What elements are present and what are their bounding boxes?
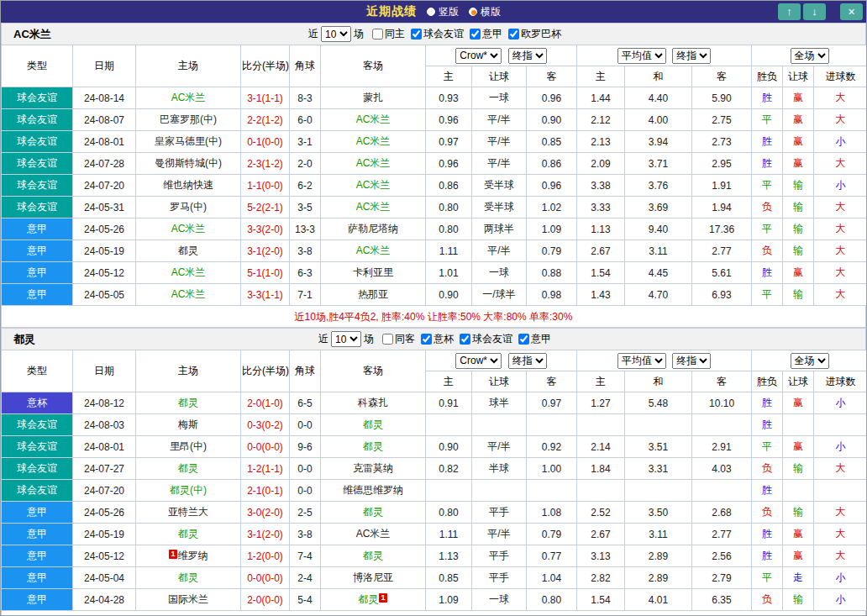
home-team: 都灵 — [136, 567, 241, 589]
handicap-odds-home: 0.86 — [426, 175, 472, 197]
match-score: 1-1(0-0) — [241, 175, 290, 197]
home-team: 国际米兰 — [136, 589, 241, 611]
team-label: 都灵 — [363, 506, 383, 518]
avg-odds-home: 3.13 — [577, 545, 625, 567]
team-label: 都灵 — [363, 419, 383, 430]
handicap-odds-home — [426, 480, 472, 502]
index-type-select[interactable]: 终指 — [508, 353, 547, 369]
goals-result: 大 — [814, 240, 867, 262]
filter-bar: 近 10 场 同客 意杯 球会友谊 意甲 — [2, 331, 865, 347]
away-team: 博洛尼亚 — [321, 567, 426, 589]
same-venue-filter[interactable]: 同主 — [372, 27, 405, 41]
league-checkbox[interactable] — [518, 334, 529, 345]
average-select[interactable]: 平均值 — [617, 353, 666, 369]
team-label: AC米兰 — [356, 157, 391, 169]
team-label: 国际米兰 — [168, 593, 208, 605]
match-result: 负 — [752, 240, 783, 262]
goals-result: 大 — [814, 218, 867, 240]
handicap-result: 输 — [783, 502, 814, 524]
avg-odds-draw — [625, 480, 692, 502]
radio-unselected-icon — [427, 8, 435, 16]
scope-select[interactable]: 全场 — [791, 48, 829, 64]
move-up-button[interactable]: ↑ — [778, 3, 801, 20]
league-filter-serie-a[interactable]: 意甲 — [518, 332, 551, 346]
handicap-odds-header: Crow* 终指 — [426, 350, 577, 371]
avg-odds-home — [577, 480, 625, 502]
match-date: 24-07-28 — [73, 153, 136, 175]
handicap-result — [783, 414, 814, 436]
league-filter-friendly[interactable]: 球会友谊 — [460, 332, 512, 346]
team-label: 曼彻斯特城(中) — [155, 157, 222, 169]
corner-score: 0-0 — [290, 480, 321, 502]
match-count-select[interactable]: 10 — [331, 331, 361, 347]
match-score: 2-0(1-0) — [241, 392, 290, 414]
match-score: 5-1(1-0) — [241, 262, 290, 284]
competition-type-cell: 意甲 — [2, 502, 73, 524]
col-header-goals: 进球数 — [814, 66, 867, 87]
corner-score: 6-0 — [290, 109, 321, 131]
bookmaker-select[interactable]: Crow* — [455, 353, 502, 369]
index-type-select[interactable]: 终指 — [508, 48, 547, 64]
team-label: 科森扎 — [358, 397, 388, 408]
competition-badge: 球会友谊 — [2, 153, 72, 174]
handicap-odds-away: 0.85 — [527, 131, 577, 153]
league-checkbox[interactable] — [421, 334, 432, 345]
home-team: AC米兰 — [136, 262, 241, 284]
handicap-odds-away: 1.04 — [527, 567, 577, 589]
home-team: AC米兰 — [136, 284, 241, 306]
corner-score: 3-5 — [290, 197, 321, 218]
league-filter-coppa[interactable]: 意杯 — [421, 332, 454, 346]
league-filter-europa[interactable]: 欧罗巴杯 — [508, 27, 561, 41]
handicap-odds-away: 1.00 — [527, 458, 577, 480]
close-button[interactable]: × — [840, 3, 863, 20]
competition-type-cell: 意甲 — [2, 567, 73, 589]
match-date: 24-04-28 — [73, 589, 136, 611]
col-header-handicap: 让球 — [472, 371, 527, 392]
same-venue-checkbox[interactable] — [372, 29, 383, 39]
competition-type-cell: 意甲 — [2, 284, 73, 306]
same-venue-checkbox[interactable] — [382, 334, 393, 345]
view-option-horizontal[interactable]: 横版 — [469, 5, 501, 19]
scope-select[interactable]: 全场 — [791, 353, 829, 369]
handicap-odds-away: 0.96 — [527, 175, 577, 197]
home-team: 都灵 — [136, 392, 241, 414]
league-checkbox[interactable] — [508, 29, 519, 39]
handicap-odds-away: 0.79 — [527, 240, 577, 262]
match-count-select[interactable]: 10 — [321, 26, 351, 42]
header-row-1: 类型 日期 主场 比分(半场) 角球 客场 Crow* 终指 平均值 终指 — [2, 350, 867, 371]
corner-score: 0-0 — [290, 414, 321, 436]
avg-odds-away: 1.91 — [692, 175, 752, 197]
handicap-result: 赢 — [783, 153, 814, 175]
handicap-odds-home: 0.82 — [426, 458, 472, 480]
handicap-odds-home: 0.80 — [426, 197, 472, 218]
bookmaker-select[interactable]: Crow* — [455, 48, 502, 64]
corner-score: 9-6 — [290, 436, 321, 458]
match-row: 球会友谊24-07-20维也纳快速1-1(0-0)6-2AC米兰0.86受半球0… — [2, 175, 867, 197]
league-checkbox[interactable] — [460, 334, 470, 345]
away-team: 克雷莫纳 — [321, 458, 426, 480]
col-header-away: 客场 — [321, 350, 426, 392]
league-checkbox[interactable] — [411, 29, 422, 39]
same-venue-filter[interactable]: 同客 — [382, 332, 415, 346]
league-filter-serie-a[interactable]: 意甲 — [470, 27, 502, 41]
handicap-odds-away: 0.88 — [527, 262, 577, 284]
corner-score: 7-1 — [290, 284, 321, 306]
index-type-select-2[interactable]: 终指 — [672, 353, 711, 369]
home-team: 巴塞罗那(中) — [136, 109, 241, 131]
move-down-button[interactable]: ↓ — [803, 3, 826, 20]
handicap-line: 两球半 — [472, 218, 527, 240]
avg-odds-home: 2.14 — [577, 436, 625, 458]
league-checkbox[interactable] — [470, 29, 481, 39]
avg-odds-home: 2.67 — [577, 524, 625, 545]
away-team: 都灵 — [321, 414, 426, 436]
average-select[interactable]: 平均值 — [617, 48, 666, 64]
team-label: AC米兰 — [356, 245, 391, 256]
index-type-select-2[interactable]: 终指 — [672, 48, 711, 64]
match-row: 意杯24-08-12都灵2-0(1-0)6-5科森扎0.91球半0.971.27… — [2, 392, 867, 414]
match-result: 平 — [752, 567, 783, 589]
filter-bar: 近 10 场 同主 球会友谊 意甲 欧罗巴杯 — [2, 26, 865, 42]
league-label: 意甲 — [482, 27, 502, 41]
view-option-vertical[interactable]: 竖版 — [427, 5, 459, 19]
col-header-handicap-result: 让球 — [783, 66, 814, 87]
league-filter-friendly[interactable]: 球会友谊 — [411, 27, 464, 41]
